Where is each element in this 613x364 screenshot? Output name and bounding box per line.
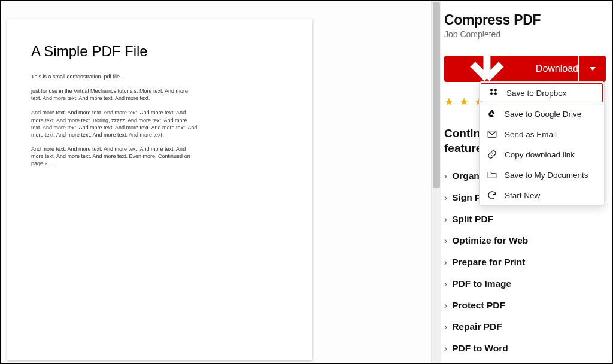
- menu-item-copy-link[interactable]: Copy download link: [480, 144, 604, 165]
- feature-item-protect-pdf[interactable]: Protect PDF: [444, 295, 606, 316]
- side-panel: Compress PDF Job Completed Download ★ ★ …: [441, 1, 612, 363]
- pdf-doc-title: A Simple PDF File: [31, 43, 289, 60]
- menu-item-start-new[interactable]: Start New: [480, 185, 604, 205]
- menu-item-save-dropbox[interactable]: Save to Dropbox: [481, 83, 603, 102]
- download-button-group: Download: [444, 56, 606, 82]
- link-icon: [487, 149, 497, 160]
- app-frame: A Simple PDF File This is a small demons…: [0, 0, 613, 364]
- menu-item-label: Copy download link: [505, 150, 575, 159]
- menu-item-label: Save to My Documents: [505, 171, 588, 180]
- envelope-icon: [487, 129, 497, 139]
- download-button[interactable]: Download: [444, 56, 578, 82]
- download-button-label: Download: [536, 63, 578, 74]
- feature-item-pdf-to-image[interactable]: PDF to Image: [444, 273, 606, 295]
- menu-item-label: Start New: [505, 191, 540, 200]
- preview-scrollbar-track[interactable]: ▴: [431, 1, 441, 363]
- feature-item-split-pdf[interactable]: Split PDF: [444, 208, 606, 230]
- download-dropdown-menu: Save to Dropbox Save to Google Drive Sen…: [479, 81, 605, 206]
- refresh-icon: [487, 190, 497, 201]
- feature-item-pdf-to-word[interactable]: PDF to Word: [444, 338, 606, 359]
- pdf-page: A Simple PDF File This is a small demons…: [7, 19, 312, 360]
- google-drive-icon: [487, 108, 497, 119]
- menu-item-send-email[interactable]: Send as Email: [480, 124, 604, 144]
- feature-item-pdf-to-excel[interactable]: PDF to Excel: [444, 359, 606, 364]
- pdf-paragraph: And more text. And more text. And more t…: [31, 145, 199, 167]
- pdf-paragraph: And more text. And more text. And more t…: [31, 109, 199, 138]
- menu-item-save-my-documents[interactable]: Save to My Documents: [480, 165, 604, 185]
- chevron-down-icon: [590, 67, 596, 71]
- feature-item-repair-pdf[interactable]: Repair PDF: [444, 316, 606, 338]
- feature-item-optimize-web[interactable]: Optimize for Web: [444, 230, 606, 251]
- menu-item-label: Save to Google Drive: [505, 110, 581, 119]
- pdf-paragraph: just for use in the Virtual Mechanics tu…: [31, 87, 199, 102]
- menu-item-label: Save to Dropbox: [506, 89, 567, 98]
- download-dropdown-toggle[interactable]: [579, 56, 606, 82]
- menu-item-save-google-drive[interactable]: Save to Google Drive: [480, 104, 604, 124]
- folder-icon: [487, 169, 497, 180]
- feature-item-prepare-print[interactable]: Prepare for Print: [444, 251, 606, 273]
- preview-scrollbar-thumb[interactable]: [433, 2, 440, 188]
- pdf-paragraph: This is a small demonstration .pdf file …: [31, 73, 199, 80]
- menu-item-label: Send as Email: [505, 130, 557, 139]
- dropbox-icon: [488, 87, 499, 98]
- pdf-preview-pane: A Simple PDF File This is a small demons…: [1, 1, 441, 363]
